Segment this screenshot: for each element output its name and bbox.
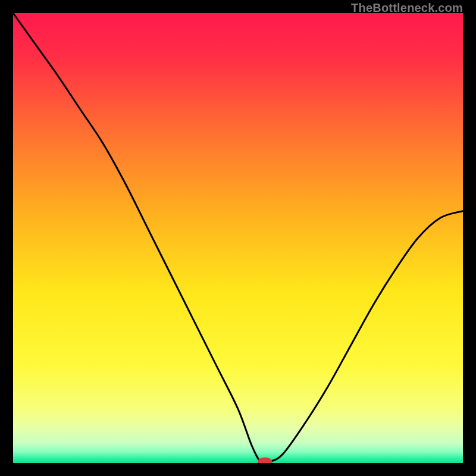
chart-background bbox=[13, 13, 463, 463]
chart-frame bbox=[13, 13, 463, 463]
chart-svg bbox=[13, 13, 463, 463]
